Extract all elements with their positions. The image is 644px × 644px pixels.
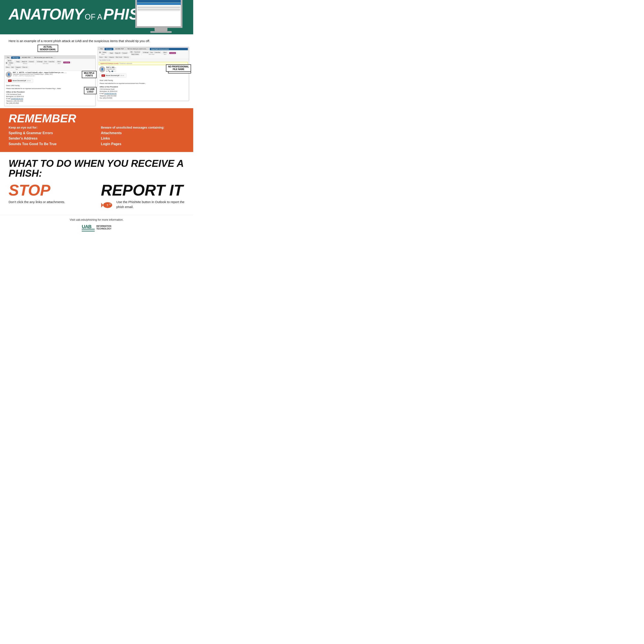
right-ribbon-replydelete-btn[interactable]: Reply & Delete: [131, 53, 139, 55]
right-sig-tel: Telephone: (205) 934-4636: [100, 95, 187, 97]
ribbon-categorize-btn[interactable]: Categorize: [15, 66, 21, 68]
right-sig-email: E-mail: president@uab.edu: [100, 93, 187, 95]
ribbon-forward-btn[interactable]: Forward: [28, 61, 35, 63]
right-email-greeting: Dear UAB Family,: [100, 79, 187, 82]
monitor-stand: [155, 28, 167, 31]
ribbon-group-delete: Ignore 🗑 Delete Delete: [5, 59, 15, 65]
uab-it-text: INFORMATION TECHNOLOGY: [96, 225, 112, 230]
uab-letters: UAB: [82, 223, 95, 231]
ribbon-delete-btn[interactable]: Delete: [8, 62, 14, 64]
svg-text:UAB: UAB: [82, 224, 91, 229]
right-ribbon-teams: OBS Team Email Reply & Delete: [130, 51, 142, 55]
callout-multiple-fonts: MULTIPLEFONTS: [82, 71, 97, 78]
sig-org: Office of the President: [6, 91, 94, 93]
svg-marker-1: [101, 203, 103, 208]
right-sig-address2: Birmingham, AL 35294-0110: [100, 90, 187, 93]
remember-item-4: Attachments: [101, 130, 185, 136]
title-anatomy: ANATOMY: [9, 6, 84, 23]
ribbon-createnew-btn[interactable]: Create New: [48, 61, 55, 63]
callout-fonts-box: MULTIPLEFONTS: [82, 71, 97, 78]
right-ribbon-teamem[interactable]: Team Email: [134, 51, 141, 53]
right-ribbon-move-btn[interactable]: Move: [163, 51, 168, 53]
right-ribbon-followup[interactable]: Follow Up: [123, 56, 129, 58]
right-email-mock: File Message ADOBE PDF Tell me what you …: [98, 47, 189, 101]
right-ribbon-reply-btn[interactable]: Reply: [109, 52, 114, 54]
right-icon-dots[interactable]: ⋯: [114, 70, 116, 72]
ribbon-reply-all-btn[interactable]: Reply All: [21, 61, 28, 63]
ribbon-junk-row: 🗑 Delete: [5, 62, 14, 64]
tab-file[interactable]: File: [5, 56, 11, 59]
right-tab-adobe-pdf[interactable]: ADOBE PDF: [114, 47, 125, 50]
ribbon-follow-btn[interactable]: Follow Up: [22, 66, 28, 68]
right-ribbon-createnew[interactable]: Create New: [154, 51, 161, 53]
ribbon-tomanager-btn[interactable]: To Manager: [36, 61, 43, 63]
right-email-body-text: Please read attached for an important an…: [100, 82, 187, 85]
timestamp-bar: Thu 1/5/2017 11:30: [98, 59, 189, 61]
callout-filename-box: NO PROFESSIONALFILE NAME: [166, 64, 191, 72]
right-ribbon-quick-label: Quick Steps: [149, 54, 155, 55]
monitor-base: [150, 31, 172, 33]
right-icon-reply[interactable]: ↩: [106, 70, 108, 72]
right-ribbon-rules[interactable]: Rules ▾: [99, 56, 104, 58]
tab-message[interactable]: Message: [11, 56, 20, 59]
right-ribbon-del-row: 🗑 Delete: [99, 51, 107, 53]
ribbon-junk-btn[interactable]: 🗑: [5, 62, 8, 64]
screen-line: [138, 8, 180, 9]
remember-item-1: Spelling & Grammar Errors: [9, 130, 92, 136]
right-ribbon-onenote-btn[interactable]: OneNote: [169, 52, 176, 54]
action-cols: STOP Don’t click the any links or attach…: [9, 182, 185, 210]
right-tab-tell-me[interactable]: Tell me what you want to do...: [126, 47, 149, 50]
sig-fax: Fax: (205) 975-5505: [6, 102, 94, 104]
right-ribbon-mark[interactable]: Mark: [104, 56, 108, 58]
right-ribbon-obs[interactable]: OBS: [130, 51, 133, 53]
right-ribbon-teams-row: OBS Team Email: [130, 51, 141, 53]
ribbon-quick-icons: To Manager Done Create New: [36, 61, 55, 63]
right-ribbon-ignore-btn[interactable]: 🗑: [99, 51, 101, 53]
right-email-ribbon: 🗑 Delete Delete Reply Reply All Forward …: [98, 50, 189, 59]
ribbon-group-onenote: OneNote: [63, 61, 71, 64]
ribbon-mark-btn[interactable]: Mark: [11, 66, 14, 68]
svg-text:?: ?: [106, 204, 108, 207]
callout-sender-email-box: ACTUALSENDER EMAIL: [38, 45, 58, 52]
right-ribbon-delete: 🗑 Delete Delete: [99, 51, 108, 55]
ribbon-move-btn[interactable]: Move: [57, 61, 62, 63]
monitor-screen: [137, 0, 181, 26]
sig-email-link[interactable]: president@uab.edu: [11, 98, 23, 99]
right-tab-message[interactable]: Message: [105, 48, 113, 50]
right-ribbon-forward-btn[interactable]: Forward: [122, 52, 128, 54]
ribbon-reply-btn[interactable]: Reply: [15, 61, 20, 63]
tab-tell-me[interactable]: Tell me what you want to do...: [32, 56, 55, 59]
ribbon-group-tags: Rules ▾ Mark Categorize Follow Up Tags: [5, 66, 29, 70]
right-icon-video[interactable]: 📹: [111, 70, 113, 72]
right-sig-email-link[interactable]: president@uab.edu: [104, 93, 117, 94]
sig-address1: 1720 2nd Avenue South: [6, 93, 94, 96]
ribbon-done-btn[interactable]: Done: [44, 61, 47, 63]
right-attachment-name: Secure Document.pdf: [106, 75, 119, 76]
right-ribbon-categorize[interactable]: Categorize: [108, 56, 115, 58]
sig-tel: Telephone: (205) 934-4636: [6, 100, 94, 102]
ribbon-respond-icons: Reply Reply All Forward: [15, 61, 35, 63]
right-tab-file[interactable]: File: [99, 47, 104, 50]
remember-col2-title: Beware of unsolicited messages containin…: [101, 126, 185, 129]
email-body-right: Dear UAB Family, Please read attached fo…: [98, 78, 189, 101]
right-icon-phone[interactable]: 📞: [108, 70, 111, 72]
right-sig-fax: Fax: (205) 975-5505: [100, 97, 187, 99]
ribbon-onenote-btn[interactable]: OneNote: [63, 61, 70, 64]
attachment-area: PDF Secure Document.pdf 105 KB: [6, 79, 33, 83]
right-ribbon-done[interactable]: Done: [150, 51, 153, 53]
right-ribbon-delete-btn[interactable]: Delete: [102, 51, 107, 53]
ribbon-rules-btn[interactable]: Rules ▾: [5, 66, 10, 68]
right-ribbon-unread[interactable]: Mark Unread: [115, 56, 123, 58]
email-body-left: Dear UAB Family, Please read attached fo…: [5, 83, 95, 106]
right-ribbon-replyall-btn[interactable]: Reply All: [114, 52, 121, 54]
right-ribbon-tomanager[interactable]: To Manager: [142, 51, 149, 53]
monitor-decoration: [135, 0, 187, 33]
right-sender-avatar: 👤: [99, 66, 105, 72]
ribbon-ignore-btn[interactable]: Ignore: [7, 59, 12, 62]
ribbon-delete-icons: Ignore: [7, 59, 12, 62]
intro-text: Here is an example of a recent phish att…: [0, 34, 193, 46]
callout-sender-email: ACTUALSENDER EMAIL: [38, 45, 58, 52]
tab-adobe-pdf[interactable]: ADOBE PDF: [20, 56, 32, 59]
ribbon-tags-icons: Rules ▾ Mark Categorize Follow Up: [5, 66, 28, 68]
header-section: ANATOMY OF A PHISH: [0, 0, 193, 34]
